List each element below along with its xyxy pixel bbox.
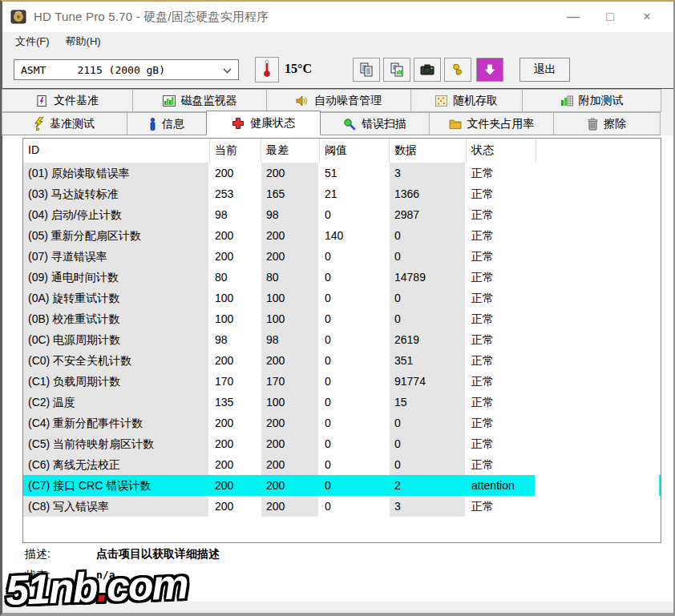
cell-threshold[interactable]: 0: [320, 392, 390, 413]
table-row[interactable]: (09) 通电时间计数8080014789正常: [23, 267, 661, 288]
cell-id[interactable]: (04) 启动/停止计数: [23, 204, 210, 225]
cell-threshold[interactable]: 140: [320, 225, 390, 246]
menu-help[interactable]: 帮助(H): [58, 33, 109, 50]
cell-status[interactable]: 正常: [467, 246, 536, 267]
cell-worst[interactable]: 200: [261, 496, 320, 517]
cell-id[interactable]: (C0) 不安全关机计数: [23, 350, 210, 371]
table-row[interactable]: (C5) 当前待映射扇区计数20020000正常: [23, 433, 661, 454]
cell-threshold[interactable]: 0: [320, 454, 390, 475]
cell-id[interactable]: (0B) 校准重试计数: [23, 308, 210, 329]
cell-current[interactable]: 98: [210, 204, 261, 225]
cell-data[interactable]: 0: [390, 225, 467, 246]
tab-error-scan[interactable]: 错误扫描: [320, 112, 430, 135]
table-row[interactable]: (C1) 负载周期计数170170091774正常: [23, 371, 661, 392]
cell-threshold[interactable]: 0: [320, 288, 390, 308]
cell-id[interactable]: (09) 通电时间计数: [23, 267, 210, 288]
table-row[interactable]: (04) 启动/停止计数989802987正常: [23, 204, 661, 225]
tab-folder-usage[interactable]: 文件夹占用率: [429, 112, 554, 135]
cell-worst[interactable]: 200: [261, 454, 320, 475]
cell-data[interactable]: 0: [390, 308, 467, 329]
cell-id[interactable]: (03) 马达旋转标准: [23, 183, 210, 204]
cell-status[interactable]: 正常: [467, 392, 536, 413]
cell-worst[interactable]: 200: [261, 475, 320, 496]
table-row[interactable]: (07) 寻道错误率20020000正常: [23, 246, 661, 267]
cell-current[interactable]: 200: [210, 454, 261, 475]
cell-id[interactable]: (07) 寻道错误率: [23, 246, 210, 267]
cell-status[interactable]: 正常: [467, 225, 536, 246]
cell-current[interactable]: 170: [210, 371, 261, 392]
cell-data[interactable]: 0: [390, 246, 467, 267]
cell-worst[interactable]: 100: [261, 308, 320, 329]
cell-worst[interactable]: 100: [261, 392, 320, 413]
tab-extra-tests[interactable]: 附加测试: [522, 89, 661, 112]
cell-data[interactable]: 0: [390, 433, 467, 454]
tab-auto-acoustic[interactable]: 自动噪音管理: [266, 89, 411, 112]
cell-worst[interactable]: 200: [261, 225, 320, 246]
cell-threshold[interactable]: 21: [320, 183, 390, 204]
cell-data[interactable]: 3: [390, 496, 467, 517]
cell-status[interactable]: attention: [467, 475, 536, 496]
column-header[interactable]: 数据: [390, 139, 467, 163]
cell-id[interactable]: (01) 原始读取错误率: [23, 163, 210, 183]
column-header[interactable]: 阈值: [320, 139, 390, 163]
table-row[interactable]: (C0) 不安全关机计数2002000351正常: [23, 350, 661, 371]
cell-id[interactable]: (C8) 写入错误率: [23, 496, 210, 517]
menu-file[interactable]: 文件(F): [7, 33, 58, 50]
table-row[interactable]: (01) 原始读取错误率200200513正常: [23, 163, 661, 183]
acoustic-button[interactable]: [444, 58, 471, 82]
cell-id[interactable]: (0A) 旋转重试计数: [23, 288, 210, 308]
tab-erase[interactable]: 擦除: [553, 112, 661, 135]
column-header[interactable]: 当前: [210, 139, 261, 163]
cell-id[interactable]: (C2) 温度: [23, 392, 210, 413]
cell-worst[interactable]: 98: [261, 329, 320, 350]
cell-worst[interactable]: 200: [261, 350, 320, 371]
cell-status[interactable]: 正常: [467, 496, 536, 517]
tab-disk-monitor[interactable]: 磁盘监视器: [132, 89, 267, 112]
cell-threshold[interactable]: 0: [320, 267, 390, 288]
close-button[interactable]: ×: [629, 5, 665, 29]
cell-current[interactable]: 200: [210, 413, 261, 433]
cell-worst[interactable]: 170: [261, 371, 320, 392]
cell-status[interactable]: 正常: [467, 433, 536, 454]
cell-status[interactable]: 正常: [467, 413, 536, 433]
cell-current[interactable]: 200: [210, 246, 261, 267]
tab-health[interactable]: 健康状态: [206, 111, 321, 135]
copy-text-button[interactable]: [353, 58, 380, 82]
table-row[interactable]: (05) 重新分配扇区计数2002001400正常: [23, 225, 661, 246]
exit-button[interactable]: 退出: [519, 58, 570, 82]
column-header[interactable]: 状态: [467, 139, 536, 163]
column-header[interactable]: ID: [23, 139, 210, 163]
table-row[interactable]: (0C) 电源周期计数989802619正常: [23, 329, 661, 350]
cell-status[interactable]: 正常: [467, 371, 536, 392]
cell-current[interactable]: 200: [210, 433, 261, 454]
tab-file-benchmark[interactable]: 文件基准: [2, 89, 133, 112]
table-row[interactable]: (03) 马达旋转标准253165211366正常: [23, 183, 661, 204]
cell-data[interactable]: 0: [390, 288, 467, 308]
cell-data[interactable]: 2987: [390, 204, 467, 225]
cell-id[interactable]: (C5) 当前待映射扇区计数: [23, 433, 210, 454]
cell-current[interactable]: 80: [210, 267, 261, 288]
cell-data[interactable]: 15: [390, 392, 467, 413]
download-button[interactable]: [476, 58, 503, 82]
cell-worst[interactable]: 80: [261, 267, 320, 288]
cell-status[interactable]: 正常: [467, 288, 536, 308]
cell-current[interactable]: 98: [210, 329, 261, 350]
cell-id[interactable]: (C4) 重新分配事件计数: [23, 413, 210, 433]
cell-status[interactable]: 正常: [467, 454, 536, 475]
cell-worst[interactable]: 200: [261, 246, 320, 267]
cell-data[interactable]: 1366: [390, 183, 467, 204]
cell-status[interactable]: 正常: [467, 183, 536, 204]
cell-data[interactable]: 14789: [390, 267, 467, 288]
cell-threshold[interactable]: 0: [320, 204, 390, 225]
cell-threshold[interactable]: 51: [320, 163, 390, 183]
cell-worst[interactable]: 100: [261, 288, 320, 308]
table-row[interactable]: (C2) 温度135100015正常: [23, 392, 661, 413]
cell-worst[interactable]: 200: [261, 413, 320, 433]
cell-current[interactable]: 135: [210, 392, 261, 413]
table-row[interactable]: (C7) 接口 CRC 错误计数20020002attention: [23, 475, 661, 496]
cell-id[interactable]: (05) 重新分配扇区计数: [23, 225, 210, 246]
cell-worst[interactable]: 200: [261, 163, 320, 183]
cell-threshold[interactable]: 0: [320, 413, 390, 433]
cell-threshold[interactable]: 0: [320, 308, 390, 329]
cell-current[interactable]: 200: [210, 475, 261, 496]
